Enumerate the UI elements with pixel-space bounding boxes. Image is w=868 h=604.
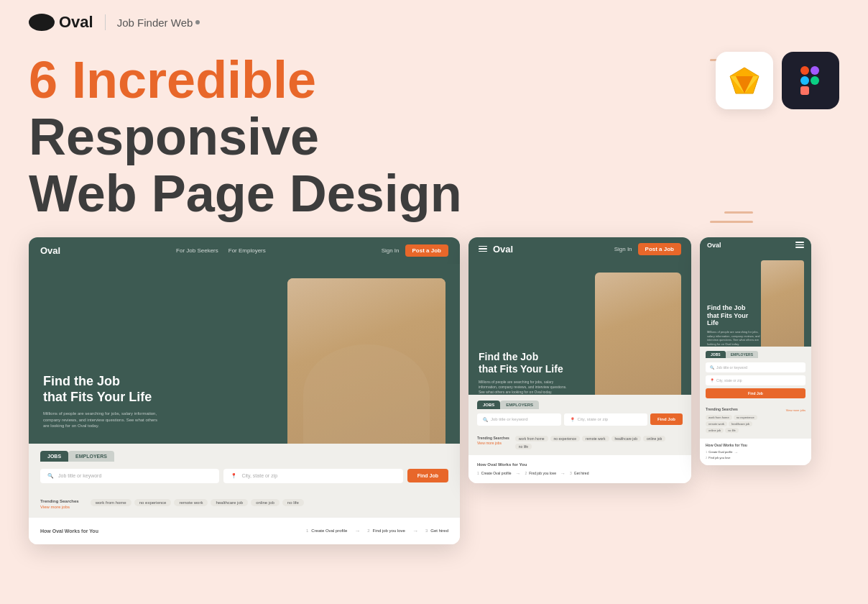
mobile-tags-row-2: remote work healthcare job — [706, 421, 805, 426]
desktop-tab-employers[interactable]: EMPLOYERS — [68, 451, 114, 462]
desktop-nav-logo: Oval — [40, 245, 60, 256]
tablet-tag-1[interactable]: work from home — [515, 436, 548, 441]
desktop-find-btn[interactable]: Find Job — [407, 469, 448, 482]
tablet-search-bar: 🔍 Job title or keyword 📍 City, state or … — [477, 413, 683, 426]
logo[interactable]: Oval — [29, 13, 93, 32]
mobile-hero-sub: Millions of people are searching for job… — [707, 330, 761, 346]
desktop-hero: Find the Job that Fits Your Life Million… — [29, 264, 460, 444]
desktop-search: JOBS EMPLOYERS 🔍 Job title or keyword 📍 … — [29, 444, 460, 495]
tablet-trending-row: Trending Searches View more jobs work fr… — [477, 436, 683, 449]
mobile-city-input[interactable]: 📍 City, state or zip — [706, 375, 805, 385]
figma-shape — [800, 66, 821, 95]
tablet-tag-4[interactable]: healthcare job — [611, 436, 641, 441]
heading-line2: Web Page Design — [29, 165, 462, 222]
sketch-icon — [716, 52, 773, 109]
mobile-hero: Find the Job that Fits Your Life Million… — [700, 253, 811, 347]
tablet-hw-step-3: 3 Get hired — [570, 471, 588, 475]
desktop-job-input[interactable]: 🔍 Job title or keyword — [40, 469, 219, 483]
mobile-trending-header: Trending Searches View more jobs — [706, 407, 805, 413]
tag-4[interactable]: healthcare job — [211, 499, 248, 506]
tablet-arrow-1: → — [515, 471, 520, 476]
desktop-mockup: Oval For Job Seekers For Employers Sign … — [29, 237, 460, 544]
mobile-search: JOBS EMPLOYERS 🔍 Job title or keyword 📍 … — [700, 347, 811, 404]
mobile-tag-3[interactable]: remote work — [706, 421, 727, 426]
tablet-tag-2[interactable]: no experience — [550, 436, 580, 441]
tablet-city-input[interactable]: 📍 City, state or zip — [564, 413, 648, 426]
tablet-mockup: Oval Sign In Post a Job Find the Job tha… — [468, 237, 691, 483]
tablet-tag-3[interactable]: remote work — [582, 436, 609, 441]
tag-6[interactable]: no life — [282, 499, 304, 506]
tablet-view-more[interactable]: View more jobs — [477, 441, 509, 445]
tablet-tab-jobs[interactable]: JOBS — [477, 401, 500, 409]
search-icon: 🔍 — [47, 473, 54, 479]
mobile-tab-employers[interactable]: EMPLOYERS — [726, 351, 758, 358]
mobile-tabs: JOBS EMPLOYERS — [706, 351, 805, 358]
mobile-nav: Oval — [700, 237, 811, 253]
desktop-nav: Oval For Job Seekers For Employers Sign … — [29, 237, 460, 264]
tablet-hero-title: Find the Job that Fits Your Life — [479, 351, 572, 375]
mobile-hamburger-icon[interactable] — [795, 242, 804, 248]
hw-steps: 1 Create Oval profile → 2 Find job you l… — [306, 528, 448, 534]
tag-2[interactable]: no experience — [134, 499, 172, 506]
desktop-post-btn: Post a Job — [405, 244, 448, 257]
hw-step-3: 3 Get hired — [425, 528, 448, 533]
trending-view-more[interactable]: View more jobs — [40, 505, 79, 509]
tablet-hw-label: How Oval Works for You — [477, 462, 683, 467]
tablet-hero: Find the Job that Fits Your Life Million… — [468, 261, 691, 395]
mobile-tab-jobs[interactable]: JOBS — [706, 351, 726, 358]
tag-3[interactable]: remote work — [174, 499, 208, 506]
desktop-how-works: How Oval Works for You 1 Create Oval pro… — [29, 518, 460, 544]
tablet-tag-6[interactable]: no life — [515, 444, 532, 449]
tablet-hw-step-2: 2 Find job you love — [525, 471, 556, 475]
mobile-hero-text: Find the Job that Fits Your Life Million… — [707, 304, 761, 347]
heading-rest: Responsive — [29, 108, 319, 165]
desktop-city-input[interactable]: 📍 City, state or zip — [223, 469, 402, 483]
tablet-tab-employers[interactable]: EMPLOYERS — [500, 401, 539, 409]
deco-line-3 — [724, 211, 753, 214]
tablet-find-btn[interactable]: Find Job — [650, 413, 683, 425]
mobile-job-input[interactable]: 🔍 Job title or keyword — [706, 362, 805, 372]
main-heading: 6 Incredible Responsive Web Page Design — [29, 52, 532, 223]
figma-circle-green — [811, 76, 819, 85]
tablet-signin: Sign In — [614, 246, 632, 252]
project-title: Job Finder Web — [117, 17, 200, 29]
desktop-tab-jobs[interactable]: JOBS — [40, 451, 68, 462]
mobile-tag-2[interactable]: no experience — [734, 415, 757, 420]
mobile-tag-1[interactable]: work from home — [706, 415, 732, 420]
heading-section: 6 Incredible Responsive Web Page Design — [0, 45, 868, 237]
tablet-search-tabs: JOBS EMPLOYERS — [477, 401, 683, 409]
logo-shape — [29, 14, 55, 31]
tablet-tag-5[interactable]: online job — [643, 436, 665, 441]
mobile-hw-step-2: 2 Find job you love — [706, 456, 805, 459]
tag-5[interactable]: online job — [251, 499, 280, 506]
mockups-container: Oval For Job Seekers For Employers Sign … — [0, 237, 868, 544]
mobile-find-btn[interactable]: Find Job — [706, 388, 805, 398]
app-icons — [716, 52, 839, 109]
divider — [105, 14, 106, 30]
desktop-signin: Sign In — [382, 247, 400, 254]
hamburger-icon[interactable] — [479, 246, 487, 252]
trending-label: Trending Searches — [40, 499, 79, 503]
location-icon: 📍 — [231, 473, 237, 479]
tablet-location-icon: 📍 — [570, 417, 575, 422]
figma-circle-blue — [800, 76, 809, 85]
mobile-tags-row-1: work from home no experience — [706, 415, 805, 420]
mobile-arrow-1: → — [734, 450, 739, 454]
arrow-icon-2: → — [412, 528, 418, 534]
trending-tags: work from home no experience remote work… — [91, 499, 448, 506]
mobile-tags-row-3: online job no life — [706, 428, 805, 433]
desktop-nav-link2: For Employers — [228, 247, 266, 254]
tablet-job-input[interactable]: 🔍 Job title or keyword — [477, 413, 561, 426]
mobile-tag-6[interactable]: no life — [725, 428, 739, 433]
mobile-tag-5[interactable]: online job — [706, 428, 724, 433]
tablet-tags: work from home no experience remote work… — [515, 436, 683, 449]
mobile-trending: Trending Searches View more jobs work fr… — [700, 404, 811, 439]
hw-step2-label: Find job you love — [373, 528, 405, 533]
mobile-view-more[interactable]: View more jobs — [786, 408, 805, 412]
mobile-hamburger-line-3 — [795, 247, 804, 248]
tag-1[interactable]: work from home — [91, 499, 131, 506]
mobile-tag-4[interactable]: healthcare job — [729, 421, 752, 426]
tablet-trending-label: Trending Searches — [477, 436, 509, 440]
trending-labels: Trending Searches View more jobs — [40, 499, 79, 509]
tablet-nav-logo: Oval — [493, 244, 513, 255]
